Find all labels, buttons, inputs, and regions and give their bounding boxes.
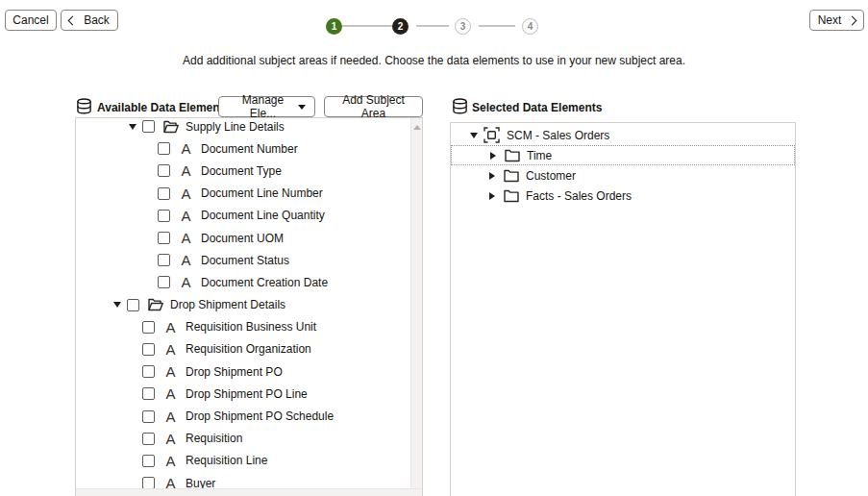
attribute-icon: A: [178, 162, 194, 179]
checkbox[interactable]: [142, 387, 155, 400]
checkbox[interactable]: [142, 120, 155, 133]
checkbox[interactable]: [158, 254, 170, 266]
tree-row[interactable]: ARequisition Line: [76, 450, 410, 472]
folder-open-icon: [162, 118, 179, 135]
database-icon: [76, 98, 92, 114]
vertical-scrollbar[interactable]: [410, 118, 422, 496]
attribute-icon: A: [178, 274, 194, 290]
caret-slot: [489, 192, 503, 200]
checkbox[interactable]: [142, 455, 155, 467]
tree-item-label: Drop Shipment PO Schedule: [186, 409, 334, 423]
tree-item-label: Drop Shipment Details: [170, 298, 285, 311]
attribute-icon: A: [178, 140, 194, 157]
attribute-icon: A: [162, 363, 179, 380]
add-subject-area-label: Add Subject Area: [331, 93, 416, 120]
caret-down-icon[interactable]: [129, 124, 136, 130]
step-1-number: 1: [332, 21, 337, 32]
tree-row[interactable]: ABuyer: [76, 472, 410, 488]
checkbox[interactable]: [127, 299, 139, 311]
tree-row[interactable]: Time: [451, 145, 795, 165]
tree-row[interactable]: Supply Line Details: [76, 117, 410, 137]
selected-tree: SCM - Sales OrdersTimeCustomerFacts - Sa…: [451, 123, 795, 496]
tree-item-label: Document Line Number: [201, 186, 323, 200]
caret-right-icon[interactable]: [489, 172, 495, 180]
cancel-button[interactable]: Cancel: [5, 10, 57, 31]
folder-icon: [503, 187, 519, 204]
checkbox[interactable]: [158, 232, 170, 244]
tree-item-label: Document Number: [201, 142, 298, 156]
tree-row[interactable]: ADocument Number: [76, 137, 410, 160]
step-4-number: 4: [528, 21, 533, 32]
checkbox[interactable]: [142, 343, 155, 356]
tree-row[interactable]: ADocument Line Quantity: [76, 205, 410, 227]
checkbox[interactable]: [158, 142, 170, 155]
manage-elements-label: Manage Ele...: [228, 93, 298, 120]
attribute-icon: A: [178, 208, 194, 224]
caret-slot: [490, 152, 504, 160]
step-2-active[interactable]: 2: [392, 18, 409, 35]
tree-item-label: Drop Shipment PO Line: [186, 387, 308, 401]
horizontal-scrollbar[interactable]: [76, 488, 422, 496]
checkbox[interactable]: [142, 433, 155, 445]
tree-item-label: Supply Line Details: [186, 120, 285, 134]
cancel-button-label: Cancel: [12, 13, 48, 27]
next-button[interactable]: Next: [809, 10, 864, 31]
checkbox[interactable]: [142, 477, 155, 488]
attribute-icon: A: [162, 475, 179, 488]
caret-slot: [470, 133, 484, 138]
checkbox[interactable]: [142, 410, 155, 423]
step-3-number: 3: [460, 21, 466, 32]
chevron-right-icon: [848, 15, 857, 25]
selected-panel-title: Selected Data Elements: [472, 101, 602, 114]
tree-row[interactable]: ADocument Line Number: [76, 183, 410, 205]
stepper-connector: [479, 25, 515, 27]
tree-row[interactable]: ADrop Shipment PO: [76, 360, 410, 383]
caret-down-icon[interactable]: [113, 302, 121, 308]
tree-row[interactable]: Facts - Sales Orders: [451, 186, 795, 206]
manage-elements-button[interactable]: Manage Ele...: [218, 96, 315, 117]
tree-row[interactable]: Drop Shipment Details: [76, 294, 410, 316]
step-4[interactable]: 4: [522, 18, 538, 35]
back-button-label: Back: [84, 13, 110, 27]
caret-down-icon[interactable]: [470, 133, 478, 138]
tree-item-label: Document Line Quantity: [201, 209, 325, 222]
tree-row[interactable]: ARequisition Business Unit: [76, 316, 410, 338]
tree-row[interactable]: ADocument Type: [76, 160, 410, 182]
tree-row[interactable]: ADrop Shipment PO Line: [76, 383, 410, 405]
caret-right-icon[interactable]: [490, 152, 496, 160]
checkbox[interactable]: [142, 321, 155, 334]
back-button[interactable]: Back: [61, 10, 118, 31]
tree-item-label: SCM - Sales Orders: [507, 129, 609, 142]
checkbox[interactable]: [158, 276, 170, 288]
tree-row[interactable]: ADrop Shipment PO Schedule: [76, 405, 410, 427]
tree-row[interactable]: ADocument Status: [76, 249, 410, 271]
checkbox[interactable]: [158, 164, 170, 177]
tree-item-label: Drop Shipment PO: [186, 365, 283, 379]
attribute-icon: A: [178, 252, 194, 268]
caret-right-icon[interactable]: [489, 192, 495, 200]
tree-item-label: Document Type: [201, 164, 282, 178]
chevron-left-icon: [68, 15, 78, 25]
wizard-page: Cancel Back Next 1 2 3 4 Add additional …: [0, 0, 868, 496]
tree-row[interactable]: ARequisition: [76, 428, 410, 450]
tree-row[interactable]: ADocument UOM: [76, 227, 410, 249]
checkbox[interactable]: [158, 187, 170, 200]
add-subject-area-button[interactable]: Add Subject Area: [324, 96, 423, 117]
next-button-label: Next: [818, 13, 842, 27]
tree-row[interactable]: ADocument Creation Date: [76, 271, 410, 293]
scroll-up-icon[interactable]: [413, 125, 421, 130]
tree-row[interactable]: SCM - Sales Orders: [451, 125, 795, 145]
database-icon: [452, 98, 468, 114]
step-1-completed[interactable]: 1: [326, 18, 342, 35]
tree-row[interactable]: ARequisition Organization: [76, 338, 410, 360]
attribute-icon: A: [162, 409, 179, 425]
subject-area-icon: [484, 127, 500, 143]
tree-row[interactable]: Customer: [451, 165, 795, 186]
checkbox[interactable]: [142, 365, 155, 378]
tree-item-label: Requisition: [186, 432, 242, 445]
step-3[interactable]: 3: [455, 18, 471, 35]
tree-item-label: Requisition Business Unit: [186, 320, 316, 334]
checkbox[interactable]: [158, 210, 170, 222]
instruction-text: Add additional subject areas if needed. …: [0, 54, 868, 67]
stepper-connector: [416, 25, 449, 27]
